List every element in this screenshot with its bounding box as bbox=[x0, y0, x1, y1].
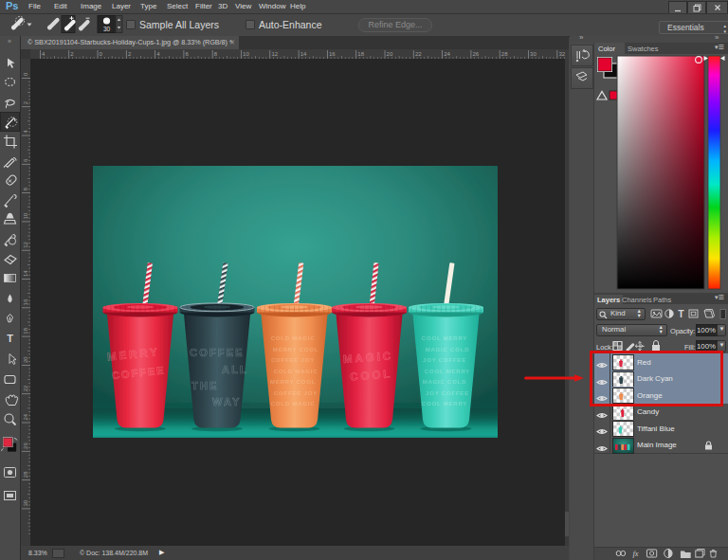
svg-text:10: 10 bbox=[243, 51, 249, 57]
svg-text:28: 28 bbox=[23, 471, 28, 478]
svg-text:COLD MAGIC: COLD MAGIC bbox=[271, 335, 316, 341]
svg-text:14: 14 bbox=[23, 270, 28, 277]
svg-text:12: 12 bbox=[271, 51, 278, 57]
svg-text:30: 30 bbox=[103, 26, 111, 32]
svg-text:MERRY COOL: MERRY COOL bbox=[270, 379, 316, 385]
svg-text:MAGIC COLD: MAGIC COLD bbox=[423, 379, 467, 385]
svg-text:28: 28 bbox=[501, 51, 508, 57]
svg-text:ALL: ALL bbox=[222, 364, 248, 375]
svg-text:26: 26 bbox=[23, 443, 28, 449]
svg-text:32: 32 bbox=[558, 51, 565, 57]
svg-text:20: 20 bbox=[387, 51, 393, 57]
svg-text:T: T bbox=[678, 308, 684, 319]
svg-text:16: 16 bbox=[23, 298, 28, 305]
svg-text:14: 14 bbox=[300, 51, 307, 57]
svg-text:COOL MERRY: COOL MERRY bbox=[422, 401, 467, 406]
svg-text:20: 20 bbox=[23, 356, 28, 363]
svg-text:18: 18 bbox=[357, 51, 364, 57]
svg-text:30: 30 bbox=[23, 499, 28, 506]
svg-text:COLD MAGIC: COLD MAGIC bbox=[274, 369, 318, 374]
svg-text:MAGIC COLD: MAGIC COLD bbox=[426, 347, 470, 352]
svg-text:COLD MAGIC: COLD MAGIC bbox=[271, 401, 316, 406]
svg-text:WAY: WAY bbox=[212, 396, 242, 407]
svg-text:»: » bbox=[8, 38, 11, 45]
svg-text:COFFEE JOY: COFFEE JOY bbox=[271, 357, 315, 363]
svg-text:22: 22 bbox=[415, 51, 422, 57]
svg-text:MERRY COOL: MERRY COOL bbox=[273, 347, 318, 352]
svg-text:COFFEE: COFFEE bbox=[190, 347, 245, 358]
svg-text:fx: fx bbox=[633, 549, 639, 558]
svg-text:T: T bbox=[7, 333, 13, 344]
svg-text:26: 26 bbox=[473, 51, 480, 57]
svg-text:COFFEE JOY: COFFEE JOY bbox=[274, 390, 318, 396]
svg-text:THE: THE bbox=[191, 380, 219, 391]
svg-text:24: 24 bbox=[23, 413, 28, 420]
svg-text:JOY COFFEE: JOY COFFEE bbox=[423, 357, 466, 363]
svg-text:12: 12 bbox=[23, 241, 28, 247]
svg-text:16: 16 bbox=[329, 51, 336, 57]
svg-text:COOL MERRY: COOL MERRY bbox=[422, 335, 467, 341]
svg-text:JOY COFFEE: JOY COFFEE bbox=[426, 390, 469, 396]
svg-text:COOL MERRY: COOL MERRY bbox=[425, 369, 470, 374]
svg-text:30: 30 bbox=[530, 51, 537, 57]
svg-text:10: 10 bbox=[23, 212, 28, 219]
svg-text:22: 22 bbox=[23, 385, 28, 391]
svg-text:24: 24 bbox=[444, 51, 450, 57]
svg-text:18: 18 bbox=[23, 327, 28, 334]
